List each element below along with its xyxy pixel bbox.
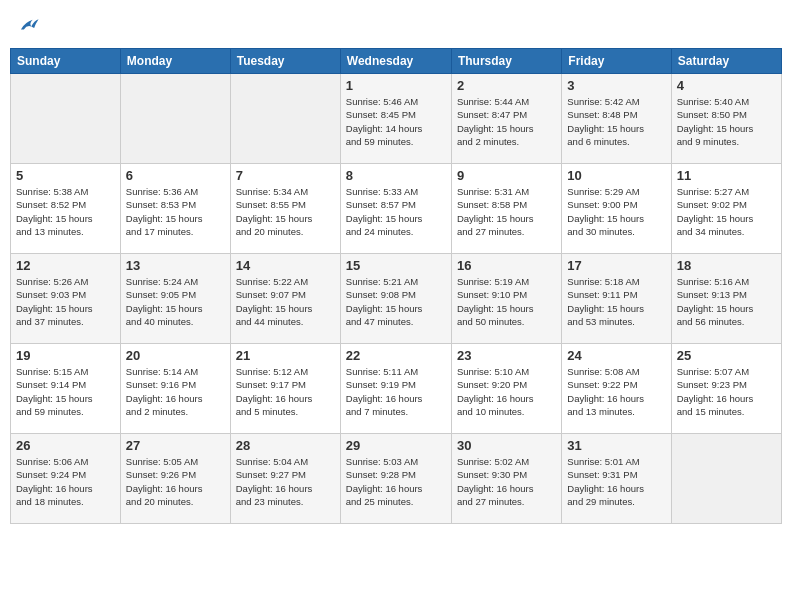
day-info: Sunrise: 5:07 AM Sunset: 9:23 PM Dayligh…: [677, 365, 776, 418]
calendar-header-monday: Monday: [120, 49, 230, 74]
day-number: 16: [457, 258, 556, 273]
day-info: Sunrise: 5:03 AM Sunset: 9:28 PM Dayligh…: [346, 455, 446, 508]
calendar-cell: 26Sunrise: 5:06 AM Sunset: 9:24 PM Dayli…: [11, 434, 121, 524]
calendar-cell: 22Sunrise: 5:11 AM Sunset: 9:19 PM Dayli…: [340, 344, 451, 434]
day-info: Sunrise: 5:31 AM Sunset: 8:58 PM Dayligh…: [457, 185, 556, 238]
calendar-cell: 20Sunrise: 5:14 AM Sunset: 9:16 PM Dayli…: [120, 344, 230, 434]
calendar-cell: 13Sunrise: 5:24 AM Sunset: 9:05 PM Dayli…: [120, 254, 230, 344]
calendar-header-friday: Friday: [562, 49, 671, 74]
day-info: Sunrise: 5:14 AM Sunset: 9:16 PM Dayligh…: [126, 365, 225, 418]
day-number: 17: [567, 258, 665, 273]
day-number: 1: [346, 78, 446, 93]
day-number: 27: [126, 438, 225, 453]
day-number: 21: [236, 348, 335, 363]
calendar-cell: 30Sunrise: 5:02 AM Sunset: 9:30 PM Dayli…: [451, 434, 561, 524]
calendar-cell: 17Sunrise: 5:18 AM Sunset: 9:11 PM Dayli…: [562, 254, 671, 344]
calendar-cell: 16Sunrise: 5:19 AM Sunset: 9:10 PM Dayli…: [451, 254, 561, 344]
calendar-table: SundayMondayTuesdayWednesdayThursdayFrid…: [10, 48, 782, 524]
calendar-cell: 10Sunrise: 5:29 AM Sunset: 9:00 PM Dayli…: [562, 164, 671, 254]
day-number: 29: [346, 438, 446, 453]
calendar-cell: [230, 74, 340, 164]
day-number: 26: [16, 438, 115, 453]
day-number: 10: [567, 168, 665, 183]
calendar-cell: 5Sunrise: 5:38 AM Sunset: 8:52 PM Daylig…: [11, 164, 121, 254]
calendar-cell: 3Sunrise: 5:42 AM Sunset: 8:48 PM Daylig…: [562, 74, 671, 164]
day-info: Sunrise: 5:05 AM Sunset: 9:26 PM Dayligh…: [126, 455, 225, 508]
day-number: 13: [126, 258, 225, 273]
day-number: 11: [677, 168, 776, 183]
day-info: Sunrise: 5:10 AM Sunset: 9:20 PM Dayligh…: [457, 365, 556, 418]
calendar-header-sunday: Sunday: [11, 49, 121, 74]
calendar-cell: 14Sunrise: 5:22 AM Sunset: 9:07 PM Dayli…: [230, 254, 340, 344]
calendar-header-tuesday: Tuesday: [230, 49, 340, 74]
day-info: Sunrise: 5:02 AM Sunset: 9:30 PM Dayligh…: [457, 455, 556, 508]
day-info: Sunrise: 5:26 AM Sunset: 9:03 PM Dayligh…: [16, 275, 115, 328]
day-info: Sunrise: 5:22 AM Sunset: 9:07 PM Dayligh…: [236, 275, 335, 328]
calendar-week-2: 5Sunrise: 5:38 AM Sunset: 8:52 PM Daylig…: [11, 164, 782, 254]
day-info: Sunrise: 5:21 AM Sunset: 9:08 PM Dayligh…: [346, 275, 446, 328]
calendar-cell: 2Sunrise: 5:44 AM Sunset: 8:47 PM Daylig…: [451, 74, 561, 164]
calendar-cell: 27Sunrise: 5:05 AM Sunset: 9:26 PM Dayli…: [120, 434, 230, 524]
day-info: Sunrise: 5:27 AM Sunset: 9:02 PM Dayligh…: [677, 185, 776, 238]
calendar-cell: [11, 74, 121, 164]
calendar-cell: 29Sunrise: 5:03 AM Sunset: 9:28 PM Dayli…: [340, 434, 451, 524]
day-number: 7: [236, 168, 335, 183]
calendar-cell: 8Sunrise: 5:33 AM Sunset: 8:57 PM Daylig…: [340, 164, 451, 254]
day-number: 2: [457, 78, 556, 93]
calendar-cell: 24Sunrise: 5:08 AM Sunset: 9:22 PM Dayli…: [562, 344, 671, 434]
day-info: Sunrise: 5:42 AM Sunset: 8:48 PM Dayligh…: [567, 95, 665, 148]
calendar-cell: 11Sunrise: 5:27 AM Sunset: 9:02 PM Dayli…: [671, 164, 781, 254]
calendar-week-4: 19Sunrise: 5:15 AM Sunset: 9:14 PM Dayli…: [11, 344, 782, 434]
day-number: 28: [236, 438, 335, 453]
calendar-cell: 23Sunrise: 5:10 AM Sunset: 9:20 PM Dayli…: [451, 344, 561, 434]
calendar-cell: 18Sunrise: 5:16 AM Sunset: 9:13 PM Dayli…: [671, 254, 781, 344]
day-number: 30: [457, 438, 556, 453]
calendar-cell: 28Sunrise: 5:04 AM Sunset: 9:27 PM Dayli…: [230, 434, 340, 524]
day-number: 19: [16, 348, 115, 363]
day-number: 6: [126, 168, 225, 183]
day-number: 20: [126, 348, 225, 363]
calendar-cell: 19Sunrise: 5:15 AM Sunset: 9:14 PM Dayli…: [11, 344, 121, 434]
day-number: 5: [16, 168, 115, 183]
day-info: Sunrise: 5:16 AM Sunset: 9:13 PM Dayligh…: [677, 275, 776, 328]
day-info: Sunrise: 5:40 AM Sunset: 8:50 PM Dayligh…: [677, 95, 776, 148]
day-info: Sunrise: 5:04 AM Sunset: 9:27 PM Dayligh…: [236, 455, 335, 508]
day-info: Sunrise: 5:18 AM Sunset: 9:11 PM Dayligh…: [567, 275, 665, 328]
day-number: 18: [677, 258, 776, 273]
day-info: Sunrise: 5:38 AM Sunset: 8:52 PM Dayligh…: [16, 185, 115, 238]
day-info: Sunrise: 5:08 AM Sunset: 9:22 PM Dayligh…: [567, 365, 665, 418]
day-number: 15: [346, 258, 446, 273]
calendar-cell: 31Sunrise: 5:01 AM Sunset: 9:31 PM Dayli…: [562, 434, 671, 524]
day-number: 25: [677, 348, 776, 363]
day-info: Sunrise: 5:06 AM Sunset: 9:24 PM Dayligh…: [16, 455, 115, 508]
day-info: Sunrise: 5:11 AM Sunset: 9:19 PM Dayligh…: [346, 365, 446, 418]
day-info: Sunrise: 5:19 AM Sunset: 9:10 PM Dayligh…: [457, 275, 556, 328]
calendar-header-wednesday: Wednesday: [340, 49, 451, 74]
calendar-cell: 25Sunrise: 5:07 AM Sunset: 9:23 PM Dayli…: [671, 344, 781, 434]
calendar-cell: [671, 434, 781, 524]
day-number: 12: [16, 258, 115, 273]
day-number: 4: [677, 78, 776, 93]
day-number: 24: [567, 348, 665, 363]
calendar-cell: 15Sunrise: 5:21 AM Sunset: 9:08 PM Dayli…: [340, 254, 451, 344]
day-info: Sunrise: 5:46 AM Sunset: 8:45 PM Dayligh…: [346, 95, 446, 148]
day-number: 8: [346, 168, 446, 183]
day-info: Sunrise: 5:36 AM Sunset: 8:53 PM Dayligh…: [126, 185, 225, 238]
calendar-cell: 4Sunrise: 5:40 AM Sunset: 8:50 PM Daylig…: [671, 74, 781, 164]
page-header: [10, 10, 782, 40]
calendar-cell: [120, 74, 230, 164]
day-number: 23: [457, 348, 556, 363]
logo: [16, 14, 40, 36]
calendar-body: 1Sunrise: 5:46 AM Sunset: 8:45 PM Daylig…: [11, 74, 782, 524]
day-info: Sunrise: 5:44 AM Sunset: 8:47 PM Dayligh…: [457, 95, 556, 148]
calendar-header-row: SundayMondayTuesdayWednesdayThursdayFrid…: [11, 49, 782, 74]
calendar-cell: 21Sunrise: 5:12 AM Sunset: 9:17 PM Dayli…: [230, 344, 340, 434]
day-number: 9: [457, 168, 556, 183]
calendar-cell: 9Sunrise: 5:31 AM Sunset: 8:58 PM Daylig…: [451, 164, 561, 254]
calendar-week-1: 1Sunrise: 5:46 AM Sunset: 8:45 PM Daylig…: [11, 74, 782, 164]
day-number: 3: [567, 78, 665, 93]
day-info: Sunrise: 5:33 AM Sunset: 8:57 PM Dayligh…: [346, 185, 446, 238]
calendar-header-thursday: Thursday: [451, 49, 561, 74]
day-info: Sunrise: 5:01 AM Sunset: 9:31 PM Dayligh…: [567, 455, 665, 508]
calendar-header-saturday: Saturday: [671, 49, 781, 74]
